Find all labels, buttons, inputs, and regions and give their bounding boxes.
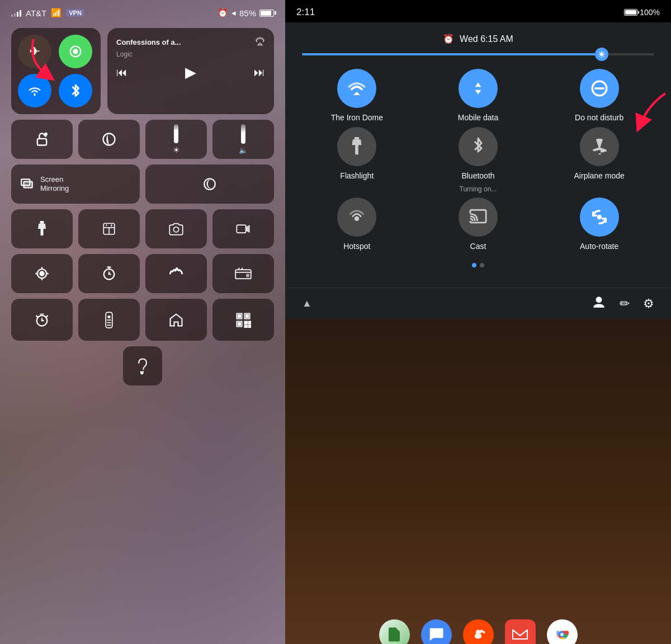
- svg-rect-36: [238, 322, 241, 325]
- alarm-button[interactable]: [11, 299, 73, 341]
- android-battery: 100%: [624, 8, 660, 17]
- brightness-fill: [302, 53, 602, 55]
- icon-row-2: [11, 254, 274, 293]
- hearing-button[interactable]: [123, 346, 162, 386]
- signal-triangle-icon: ▲: [302, 298, 312, 309]
- bluetooth-icon: [459, 127, 498, 166]
- mobile-data-label: Mobile data: [458, 112, 498, 123]
- app-icon-gmail[interactable]: [505, 619, 536, 644]
- cast-icon: [459, 198, 498, 237]
- screen-mirror-label: ScreenMirroring: [40, 175, 69, 192]
- qr-scanner-button[interactable]: [212, 299, 274, 341]
- screen-record-button[interactable]: [212, 209, 274, 248]
- status-right: ⏰ ◂ 85%: [218, 8, 274, 18]
- mobile-data-icon: [459, 69, 498, 108]
- alarm-label: Wed 6:15 AM: [460, 34, 513, 44]
- remote-button[interactable]: [78, 299, 140, 341]
- qs-tile-cast[interactable]: Cast: [423, 198, 533, 251]
- svg-point-5: [103, 134, 115, 145]
- svg-point-41: [141, 372, 143, 374]
- annotation-arrow-left: [17, 34, 62, 86]
- settings-icon[interactable]: ⚙: [643, 297, 654, 311]
- brightness-track[interactable]: [302, 53, 654, 55]
- alarm-icon: ⏰: [443, 34, 454, 44]
- svg-point-27: [108, 316, 110, 317]
- do-not-disturb-btn2[interactable]: [145, 164, 274, 204]
- svg-point-53: [560, 633, 564, 636]
- svg-point-42: [600, 53, 603, 56]
- svg-point-4: [45, 133, 47, 135]
- music-title: Confessions of a...: [116, 38, 181, 46]
- svg-rect-40: [248, 325, 251, 328]
- ios-status-bar: AT&T 📶 VPN ⏰ ◂ 85%: [0, 0, 285, 22]
- svg-point-18: [173, 227, 178, 232]
- volume-slider[interactable]: 🔈: [212, 120, 274, 159]
- svg-rect-38: [248, 321, 251, 324]
- android-battery-pct: 100%: [640, 8, 660, 17]
- svg-rect-3: [37, 139, 46, 145]
- icon-row-3: [11, 299, 274, 341]
- android-status-right: 100%: [624, 8, 660, 17]
- qs-tile-flashlight[interactable]: Flashlight: [302, 127, 412, 193]
- ios-control-center: AT&T 📶 VPN ⏰ ◂ 85% ✈: [0, 0, 285, 644]
- cellular-button[interactable]: [59, 35, 92, 68]
- location-icon-status: ◂: [231, 8, 236, 18]
- dnd-icon: [580, 69, 619, 108]
- svg-point-48: [597, 215, 602, 220]
- screen-lock-button[interactable]: [11, 120, 73, 159]
- qs-tile-mobile-data[interactable]: Mobile data: [423, 69, 533, 123]
- flashlight-button[interactable]: [11, 209, 73, 248]
- qs-tile-bluetooth[interactable]: Bluetooth Turning on...: [423, 127, 533, 193]
- signal-icon: [11, 9, 21, 17]
- svg-rect-37: [244, 321, 247, 324]
- qs-page-dots: [302, 263, 654, 267]
- qs-tile-airplane[interactable]: Airplane mode: [544, 127, 654, 193]
- svg-point-20: [40, 272, 44, 276]
- brightness-row[interactable]: [302, 53, 654, 55]
- timer-button[interactable]: [78, 254, 140, 293]
- app-icon-chrome[interactable]: [547, 619, 578, 644]
- airplane-mode-icon: [580, 127, 619, 166]
- qs-tile-auto-rotate[interactable]: Auto-rotate: [544, 198, 654, 251]
- battery-icon-ios: [259, 10, 274, 17]
- wallet-button[interactable]: [212, 254, 274, 293]
- hotspot-label: Hotspot: [343, 241, 370, 251]
- home-button[interactable]: [145, 299, 207, 341]
- brightness-thumb: [595, 48, 608, 61]
- music-artist: Logic: [116, 50, 265, 58]
- android-quick-settings: 2:11 100% ⏰ Wed 6:15 AM: [285, 0, 671, 644]
- user-icon[interactable]: [592, 295, 606, 313]
- qs-tile-hotspot[interactable]: Hotspot: [302, 198, 412, 251]
- qs-bottom-bar: ▲ ✏ ⚙: [285, 288, 671, 319]
- annotation-arrow-right: [621, 82, 671, 140]
- svg-rect-7: [24, 182, 32, 188]
- iron-dome-icon: [337, 69, 376, 108]
- qs-tile-iron-dome[interactable]: The Iron Dome: [302, 69, 412, 123]
- music-next-button[interactable]: ⏭: [254, 66, 265, 79]
- carrier-label: AT&T: [26, 8, 46, 18]
- svg-rect-39: [244, 325, 247, 328]
- music-play-button[interactable]: ▶: [185, 64, 196, 81]
- wifi-icon-small: 📶: [51, 8, 62, 18]
- svg-point-47: [355, 217, 360, 222]
- alarm-row: ⏰ Wed 6:15 AM: [302, 34, 654, 44]
- android-status-bar: 2:11 100%: [285, 0, 671, 22]
- music-prev-button[interactable]: ⏮: [116, 66, 127, 79]
- app-icon-files[interactable]: [379, 619, 410, 644]
- bluetooth-button[interactable]: [59, 74, 92, 107]
- dnd-label: Do not disturb: [575, 112, 623, 123]
- iron-dome-label: The Iron Dome: [331, 112, 383, 123]
- screen-mirroring-button[interactable]: ScreenMirroring: [11, 164, 140, 204]
- voice-memos-button[interactable]: [145, 254, 207, 293]
- vpn-badge: VPN: [66, 9, 84, 17]
- camera-button[interactable]: [145, 209, 207, 248]
- flashlight-icon: [337, 127, 376, 166]
- app-icon-reddit[interactable]: [463, 619, 494, 644]
- calculator-button[interactable]: [78, 209, 140, 248]
- app-icon-messages[interactable]: [421, 619, 452, 644]
- flashlight-label: Flashlight: [340, 171, 374, 181]
- do-not-disturb-button[interactable]: [78, 120, 140, 159]
- brightness-slider[interactable]: ☀: [145, 120, 207, 159]
- focus-button[interactable]: [11, 254, 73, 293]
- edit-icon[interactable]: ✏: [620, 297, 630, 311]
